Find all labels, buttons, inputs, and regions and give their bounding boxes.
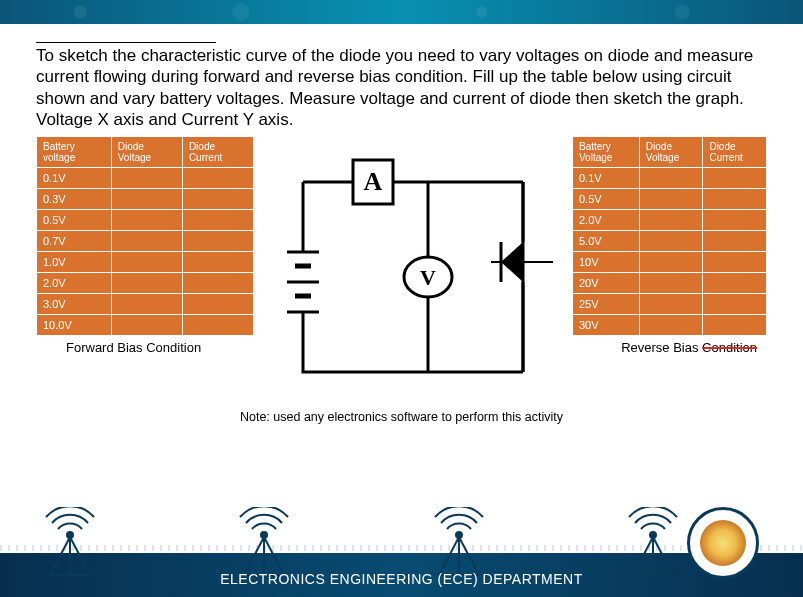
circuit-diagram: A V (273, 142, 553, 402)
table-header-row: Battery voltage Diode Voltage Diode Curr… (37, 137, 254, 168)
table-header-row: Battery Voltage Diode Voltage Diode Curr… (573, 137, 767, 168)
col-diode-voltage: Diode Voltage (639, 137, 703, 168)
table-row: 0.1V (573, 168, 767, 189)
svg-marker-7 (501, 242, 523, 282)
col-diode-voltage: Diode Voltage (111, 137, 182, 168)
table-row: 0.1V (37, 168, 254, 189)
antenna-icon (234, 507, 294, 577)
voltmeter-label: V (420, 265, 436, 290)
note-text: Note: used any electronics software to p… (36, 410, 767, 424)
footer-title: ELECTRONICS ENGINEERING (ECE) DEPARTMENT (0, 571, 803, 587)
svg-point-10 (67, 532, 73, 538)
footer: ELECTRONICS ENGINEERING (ECE) DEPARTMENT (0, 499, 803, 597)
instructions-text: To sketch the characteristic curve of th… (36, 45, 767, 130)
table-row: 20V (573, 273, 767, 294)
table-row: 5.0V (573, 231, 767, 252)
reverse-bias-section: Battery Voltage Diode Voltage Diode Curr… (572, 136, 767, 355)
table-row: 2.0V (573, 210, 767, 231)
antenna-icon (623, 507, 683, 577)
battery-icon (287, 252, 319, 312)
table-row: 2.0V (37, 273, 254, 294)
table-row: 1.0V (37, 252, 254, 273)
content-area: To sketch the characteristic curve of th… (0, 24, 803, 424)
col-diode-current: Diode Current (182, 137, 253, 168)
diode-icon (491, 242, 553, 282)
table-row: 0.5V (37, 210, 254, 231)
col-diode-current: Diode Current (703, 137, 767, 168)
antenna-icon (429, 507, 489, 577)
forward-bias-table: Battery voltage Diode Voltage Diode Curr… (36, 136, 254, 336)
top-banner (0, 0, 803, 24)
col-battery-voltage: Battery Voltage (573, 137, 640, 168)
forward-bias-caption: Forward Bias Condition (66, 340, 254, 355)
table-row: 10V (573, 252, 767, 273)
table-row: 10.0V (37, 315, 254, 336)
forward-bias-section: Battery voltage Diode Voltage Diode Curr… (36, 136, 254, 355)
col-battery-voltage: Battery voltage (37, 137, 112, 168)
reverse-bias-caption: Reverse Bias Condition (572, 340, 767, 355)
svg-point-16 (650, 532, 656, 538)
svg-point-12 (261, 532, 267, 538)
table-row: 0.5V (573, 189, 767, 210)
blank-line (36, 42, 216, 43)
antenna-icon (40, 507, 100, 577)
circuit-diagram-section: A V (268, 136, 558, 402)
main-layout: Battery voltage Diode Voltage Diode Curr… (36, 136, 767, 402)
table-row: 0.3V (37, 189, 254, 210)
reverse-bias-table: Battery Voltage Diode Voltage Diode Curr… (572, 136, 767, 336)
ammeter-label: A (364, 167, 383, 196)
table-row: 30V (573, 315, 767, 336)
antenna-row (40, 507, 683, 577)
department-seal (687, 507, 759, 579)
table-row: 0.7V (37, 231, 254, 252)
table-row: 25V (573, 294, 767, 315)
svg-point-14 (456, 532, 462, 538)
table-row: 3.0V (37, 294, 254, 315)
